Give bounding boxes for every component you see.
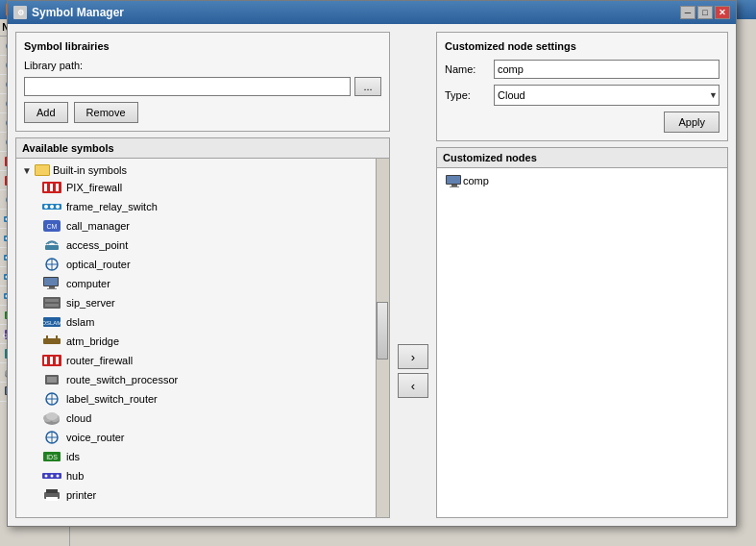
tree-item-label-optical_router: optical_router: [66, 259, 131, 270]
minimize-button[interactable]: ─: [680, 6, 695, 19]
tree-item-icon-optical_router: [41, 257, 62, 272]
type-row: Type: CloudRouterSwitchFirewallServer ▼: [445, 85, 719, 106]
name-row: Name:: [445, 60, 719, 79]
customized-nodes-header: Customized nodes: [437, 148, 727, 168]
tree-item-icon-router_firewall: [41, 353, 62, 368]
library-path-label: Library path:: [24, 60, 101, 71]
tree-node-built-in: ▼ Built-in symbols PIX_firewall frame_re…: [20, 162, 374, 505]
available-symbols-section: Available symbols ▼ Built-in symbols PIX…: [15, 137, 390, 518]
svg-rect-126: [46, 489, 58, 493]
customized-settings-title: Customized node settings: [445, 40, 719, 52]
tree-item-icon-cloud: [41, 410, 62, 426]
tree-item-voice_router[interactable]: voice_router: [39, 428, 374, 447]
symbol-libraries-section: Symbol librairies Library path: ... Add …: [15, 32, 390, 132]
tree-item-label-computer: computer: [66, 278, 110, 289]
tree-item-label_switch_router[interactable]: label_switch_router: [39, 389, 374, 409]
name-label: Name:: [445, 63, 488, 75]
tree-item-label-PIX_firewall: PIX_firewall: [66, 182, 122, 193]
transfer-left-button[interactable]: ‹: [398, 373, 428, 398]
tree-item-hub[interactable]: hub: [39, 466, 374, 485]
tree-item-icon-printer: [41, 487, 62, 503]
tree-item-icon-hub: [41, 468, 62, 484]
dialog-title-controls: ─ □ ✕: [680, 6, 730, 19]
tree-item-router_firewall[interactable]: router_firewall: [39, 351, 374, 370]
symbols-tree: ▼ Built-in symbols PIX_firewall frame_re…: [16, 159, 389, 517]
tree-item-icon-dslam: DSLAM: [41, 314, 62, 330]
library-path-row: Library path:: [24, 60, 381, 71]
svg-rect-96: [45, 299, 59, 302]
tree-item-label-hub: hub: [66, 470, 84, 482]
remove-button[interactable]: Remove: [74, 102, 138, 123]
svg-point-83: [50, 205, 54, 209]
transfer-buttons: › ‹: [398, 224, 428, 518]
svg-rect-80: [56, 184, 59, 191]
svg-rect-127: [46, 497, 58, 501]
tree-item-sip_server[interactable]: sip_server: [39, 293, 374, 312]
symbols-tree-content: ▼ Built-in symbols PIX_firewall frame_re…: [20, 162, 374, 505]
tree-item-icon-route_switch_processor: [41, 372, 62, 387]
tree-item-route_switch_processor[interactable]: route_switch_processor: [39, 370, 374, 389]
svg-point-124: [57, 475, 60, 478]
tree-item-computer[interactable]: computer: [39, 274, 374, 293]
customized-nodes-list: comp: [437, 168, 727, 517]
customized-node-settings: Customized node settings Name: Type: Clo…: [436, 32, 728, 141]
type-select[interactable]: CloudRouterSwitchFirewallServer: [494, 85, 719, 106]
tree-item-label-frame_relay_switch: frame_relay_switch: [66, 201, 158, 212]
tree-item-optical_router[interactable]: optical_router: [39, 255, 374, 274]
svg-rect-92: [44, 278, 58, 285]
tree-item-dslam[interactable]: DSLAM dslam: [39, 312, 374, 332]
tree-item-icon-frame_relay_switch: [41, 199, 62, 214]
symbol-manager-dialog: ⚙ Symbol Manager ─ □ ✕ Symbol librairies…: [7, 0, 737, 527]
tree-item-PIX_firewall[interactable]: PIX_firewall: [39, 178, 374, 197]
svg-rect-129: [447, 176, 460, 184]
tree-item-label-cloud: cloud: [66, 412, 91, 424]
tree-item-access_point[interactable]: access_point: [39, 236, 374, 255]
tree-parent-label: Built-in symbols: [53, 164, 127, 176]
tree-item-label-atm_bridge: atm_bridge: [66, 335, 119, 347]
svg-rect-130: [451, 185, 457, 186]
apply-button[interactable]: Apply: [664, 112, 719, 133]
node-icon-comp: [444, 174, 459, 187]
tree-item-label-access_point: access_point: [66, 239, 128, 251]
svg-point-115: [46, 412, 58, 420]
maximize-button[interactable]: □: [697, 6, 713, 19]
svg-rect-79: [50, 184, 53, 191]
tree-parent-built-in[interactable]: ▼ Built-in symbols: [20, 162, 374, 178]
tree-item-icon-label_switch_router: [41, 391, 62, 407]
tree-item-label-voice_router: voice_router: [66, 432, 125, 443]
dialog-titlebar: ⚙ Symbol Manager ─ □ ✕: [8, 1, 736, 24]
tree-item-label-printer: printer: [66, 489, 96, 501]
add-button[interactable]: Add: [24, 102, 68, 123]
svg-rect-93: [49, 286, 55, 288]
library-path-input[interactable]: [24, 77, 351, 96]
close-button[interactable]: ✕: [715, 6, 730, 19]
browse-button[interactable]: ...: [354, 77, 381, 96]
customized-node-comp[interactable]: comp: [441, 172, 723, 189]
tree-item-frame_relay_switch[interactable]: frame_relay_switch: [39, 197, 374, 216]
type-label: Type:: [445, 89, 488, 101]
tree-item-cloud[interactable]: cloud: [39, 409, 374, 428]
dialog-body: Symbol librairies Library path: ... Add …: [8, 24, 736, 526]
available-symbols-header: Available symbols: [16, 138, 389, 159]
svg-rect-78: [44, 184, 47, 191]
transfer-right-button[interactable]: ›: [398, 344, 428, 369]
svg-point-84: [56, 205, 60, 209]
svg-rect-108: [47, 377, 57, 383]
tree-item-call_manager[interactable]: CM call_manager: [39, 216, 374, 236]
svg-rect-87: [45, 245, 59, 250]
library-path-input-row: ...: [24, 77, 381, 96]
svg-point-82: [44, 205, 48, 209]
tree-children: PIX_firewall frame_relay_switch CM call_…: [20, 178, 374, 505]
tree-item-label-call_manager: call_manager: [66, 220, 130, 232]
tree-item-label-label_switch_router: label_switch_router: [66, 393, 158, 405]
svg-text:IDS: IDS: [46, 454, 58, 460]
tree-item-icon-ids: IDS: [41, 449, 62, 464]
tree-item-printer[interactable]: printer: [39, 485, 374, 505]
tree-item-ids[interactable]: IDS ids: [39, 447, 374, 466]
symbols-scrollbar[interactable]: [376, 159, 389, 517]
tree-item-icon-voice_router: [41, 430, 62, 445]
name-input[interactable]: [494, 60, 719, 79]
tree-item-atm_bridge[interactable]: atm_bridge: [39, 332, 374, 351]
symbols-scrollbar-thumb[interactable]: [377, 302, 388, 360]
tree-item-label-router_firewall: router_firewall: [66, 355, 133, 366]
